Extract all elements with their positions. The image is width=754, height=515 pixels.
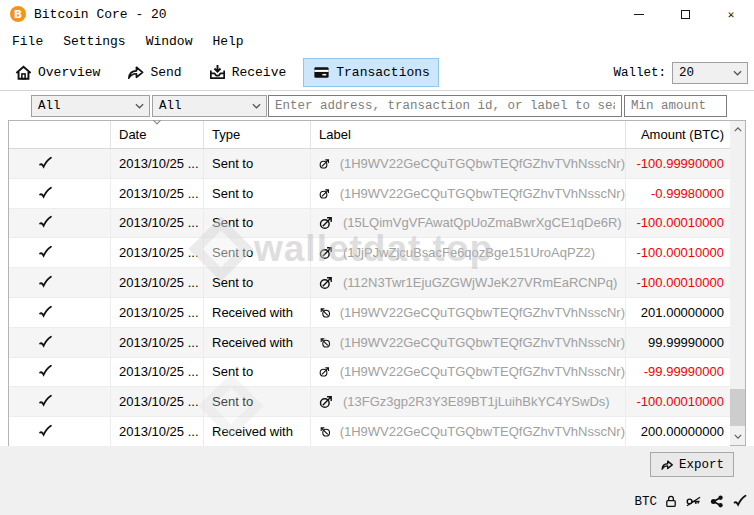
transaction-date: 2013/10/25 ... — [119, 335, 199, 350]
bottom-panel: Export BTC — [0, 446, 754, 515]
close-button[interactable]: ✕ — [708, 0, 754, 28]
table-body: 2013/10/25 ... Sent to (1H9WV22GeCQuTGQb… — [9, 149, 730, 447]
transaction-address-label: (1H9WV22GeCQuTGQbwTEQfGZhvTVhNsscNr) — [340, 364, 625, 379]
column-label[interactable]: Label — [311, 121, 626, 148]
transaction-date: 2013/10/25 ... — [119, 156, 199, 171]
sent-arrow-icon — [319, 186, 331, 201]
transaction-address-label: (13FGz3gp2R3Y3E89BT1jLuihBkYC4YSwDs) — [343, 394, 610, 409]
network-icon — [709, 494, 725, 509]
column-status[interactable] — [9, 121, 111, 148]
transaction-date: 2013/10/25 ... — [119, 305, 199, 320]
tab-overview[interactable]: Overview — [5, 58, 109, 87]
transaction-address-label: (1JjPJwZjcuBsacFe6qozBge151UroAqPZ2) — [343, 245, 595, 260]
table-row[interactable]: 2013/10/25 ... Received with (1H9WV22GeC… — [9, 298, 730, 328]
table-row[interactable]: 2013/10/25 ... Sent to (112N3Twr1EjuGZGW… — [9, 268, 730, 298]
tab-receive[interactable]: Receive — [199, 58, 296, 87]
minimize-button[interactable] — [616, 0, 662, 28]
tab-label: Transactions — [336, 65, 430, 80]
column-amount[interactable]: Amount (BTC) — [626, 121, 730, 148]
export-button[interactable]: Export — [650, 452, 734, 477]
sent-arrow-icon — [319, 156, 331, 171]
transaction-amount: 99.99990000 — [648, 335, 724, 350]
tab-send[interactable]: Send — [117, 58, 190, 87]
transaction-address-label: (15LQimVgVFAwatQpUoZmaBwrXgCE1qDe6R) — [343, 215, 622, 230]
vertical-scrollbar[interactable] — [730, 121, 745, 445]
transaction-type: Sent to — [212, 364, 253, 379]
column-date[interactable]: Date — [111, 121, 204, 148]
date-filter-select[interactable]: All — [31, 95, 150, 117]
wallet-label: Wallet: — [613, 66, 666, 80]
transaction-type: Received with — [212, 305, 293, 320]
home-icon — [14, 63, 33, 82]
transaction-amount: 201.00000000 — [641, 305, 724, 320]
transaction-date: 2013/10/25 ... — [119, 424, 199, 439]
transaction-type: Sent to — [212, 156, 253, 171]
transaction-date: 2013/10/25 ... — [119, 245, 199, 260]
transaction-amount: -100.99990000 — [637, 156, 724, 171]
unit-label: BTC — [634, 495, 657, 509]
menu-window[interactable]: Window — [136, 31, 203, 52]
transaction-amount: -100.00010000 — [637, 215, 724, 230]
scroll-down-button[interactable] — [730, 428, 745, 445]
table-row[interactable]: 2013/10/25 ... Received with (1H9WV22GeC… — [9, 328, 730, 358]
toolbar: Overview Send Receive Transactions Walle… — [0, 55, 754, 91]
transaction-address-label: (112N3Twr1EjuGZGWjWJeK27VRmEaRCNPq) — [343, 275, 617, 290]
tab-transactions[interactable]: Transactions — [303, 58, 439, 87]
synced-check-icon — [732, 494, 748, 509]
table-row[interactable]: 2013/10/25 ... Received with (1H9WV22GeC… — [9, 417, 730, 447]
received-arrow-icon — [319, 305, 331, 320]
wallet-select[interactable]: 20 — [672, 62, 748, 84]
column-type[interactable]: Type — [204, 121, 311, 148]
export-icon — [660, 458, 674, 472]
maximize-button[interactable] — [662, 0, 708, 28]
receive-icon — [208, 63, 227, 82]
confirmed-check-icon — [38, 215, 53, 230]
chevron-down-icon — [252, 103, 261, 109]
received-arrow-icon — [319, 335, 331, 350]
sent-arrow-icon — [319, 394, 334, 409]
window-title: Bitcoin Core - 20 — [34, 7, 167, 22]
received-arrow-icon — [319, 424, 331, 439]
menu-bar: File Settings Window Help — [0, 28, 754, 55]
transaction-amount: -99.99990000 — [644, 364, 724, 379]
confirmed-check-icon — [38, 245, 53, 260]
scroll-up-button[interactable] — [730, 121, 745, 138]
confirmed-check-icon — [38, 424, 53, 439]
date-filter-value: All — [38, 99, 61, 113]
transaction-type: Sent to — [212, 394, 253, 409]
table-row[interactable]: 2013/10/25 ... Sent to (1H9WV22GeCQuTGQb… — [9, 358, 730, 388]
transaction-date: 2013/10/25 ... — [119, 215, 199, 230]
tab-label: Receive — [232, 65, 287, 80]
min-amount-input[interactable] — [624, 95, 727, 117]
transaction-date: 2013/10/25 ... — [119, 275, 199, 290]
transaction-amount: -100.00010000 — [637, 275, 724, 290]
status-bar: BTC — [634, 494, 748, 509]
scroll-thumb[interactable] — [730, 389, 745, 426]
confirmed-check-icon — [38, 335, 53, 350]
transaction-type: Received with — [212, 424, 293, 439]
type-filter-select[interactable]: All — [152, 95, 267, 117]
transaction-address-label: (1H9WV22GeCQuTGQbwTEQfGZhvTVhNsscNr) — [340, 156, 625, 171]
transactions-icon — [312, 63, 331, 82]
table-row[interactable]: 2013/10/25 ... Sent to (1H9WV22GeCQuTGQb… — [9, 179, 730, 209]
menu-settings[interactable]: Settings — [53, 31, 135, 52]
wallet-value: 20 — [679, 66, 694, 80]
table-row[interactable]: 2013/10/25 ... Sent to (1JjPJwZjcuBsacFe… — [9, 238, 730, 268]
maximize-icon — [681, 10, 690, 19]
table-row[interactable]: 2013/10/25 ... Sent to (1H9WV22GeCQuTGQb… — [9, 149, 730, 179]
confirmed-check-icon — [38, 275, 53, 290]
transaction-type: Sent to — [212, 215, 253, 230]
table-header: Date Type Label Amount (BTC) — [9, 121, 730, 149]
transaction-address-label: (1H9WV22GeCQuTGQbwTEQfGZhvTVhNsscNr) — [340, 335, 625, 350]
confirmed-check-icon — [38, 186, 53, 201]
search-input[interactable] — [268, 95, 622, 117]
table-row[interactable]: 2013/10/25 ... Sent to (13FGz3gp2R3Y3E89… — [9, 387, 730, 417]
transaction-amount: -100.00010000 — [637, 245, 724, 260]
bitcoin-logo-icon: B — [10, 6, 26, 22]
send-icon — [126, 63, 145, 82]
menu-file[interactable]: File — [2, 31, 53, 52]
menu-help[interactable]: Help — [202, 31, 253, 52]
close-icon: ✕ — [728, 8, 735, 21]
table-row[interactable]: 2013/10/25 ... Sent to (15LQimVgVFAwatQp… — [9, 209, 730, 239]
title-bar: B Bitcoin Core - 20 ✕ — [0, 0, 754, 28]
